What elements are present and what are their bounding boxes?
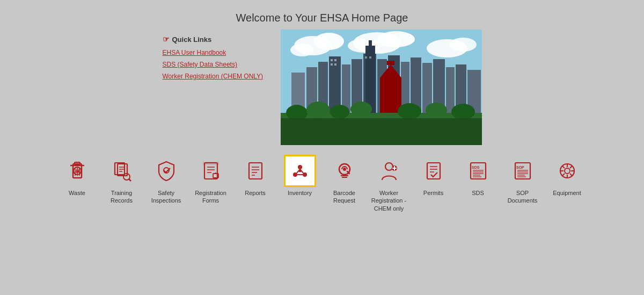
icon-box-worker-registration [373, 155, 405, 187]
quick-link-handbook[interactable]: EHSA User Handbook [163, 49, 265, 56]
icon-box-reports [239, 155, 272, 187]
quick-links-icon: ☞ [163, 35, 170, 44]
svg-point-82 [343, 168, 346, 171]
icon-box-inventory [284, 155, 316, 187]
icon-label-safety-inspections: Safety Inspections [146, 189, 186, 205]
icon-box-barcode-request [328, 155, 361, 187]
icon-box-permits [418, 155, 450, 187]
svg-point-3 [290, 44, 314, 56]
svg-rect-33 [334, 63, 336, 66]
svg-text:☠: ☠ [75, 168, 80, 174]
svg-rect-35 [369, 56, 371, 59]
middle-section: ☞ Quick Links EHSA User Handbook SDS (Sa… [163, 30, 482, 145]
svg-point-74 [293, 172, 297, 177]
icon-item-reports[interactable]: Reports [235, 155, 275, 197]
icon-label-registration-forms: Registration Forms [191, 189, 231, 205]
icon-label-equipment: Equipment [553, 189, 581, 197]
svg-rect-65 [203, 162, 219, 165]
icon-box-registration-forms [195, 155, 227, 187]
svg-rect-30 [331, 59, 333, 61]
icon-box-safety-inspections [150, 155, 182, 187]
quick-links-title: ☞ Quick Links [163, 35, 265, 44]
icon-item-sop-documents[interactable]: SOP SOP Documents [502, 155, 543, 205]
icons-row: ☠ Waste Training Records Safety Inspecti… [0, 155, 644, 212]
icon-label-reports: Reports [245, 189, 266, 197]
icon-label-sds: SDS [472, 189, 484, 197]
quick-links-panel: ☞ Quick Links EHSA User Handbook SDS (Sa… [163, 30, 265, 84]
svg-rect-34 [365, 56, 367, 59]
svg-point-8 [450, 38, 477, 52]
icon-item-equipment[interactable]: Equipment [547, 155, 587, 197]
icon-item-safety-inspections[interactable]: Safety Inspections [146, 155, 186, 205]
svg-rect-44 [281, 118, 482, 145]
icon-label-sop-documents: SOP Documents [502, 189, 543, 205]
svg-point-39 [330, 105, 349, 119]
svg-line-59 [129, 179, 131, 181]
svg-point-43 [451, 104, 475, 120]
svg-rect-32 [331, 63, 333, 66]
icon-item-registration-forms[interactable]: Registration Forms [191, 155, 231, 205]
svg-point-41 [398, 103, 421, 119]
icon-item-sds[interactable]: SDS SDS [458, 155, 498, 197]
main-page: Welcome to Your EHSA Home Page ☞ Quick L… [0, 0, 644, 295]
svg-point-2 [314, 33, 344, 50]
icon-item-waste[interactable]: ☠ Waste [57, 155, 97, 197]
svg-point-85 [385, 163, 393, 170]
quick-link-worker-reg[interactable]: Worker Registration (CHEM ONLY) [163, 73, 265, 80]
svg-rect-53 [115, 163, 125, 175]
icon-item-training-records[interactable]: Training Records [101, 155, 142, 205]
svg-point-38 [306, 102, 330, 119]
page-title: Welcome to Your EHSA Home Page [236, 12, 408, 24]
svg-text:SOP: SOP [516, 166, 524, 169]
icon-box-equipment [551, 155, 583, 187]
icon-box-sop-documents: SOP [507, 155, 539, 187]
icon-box-sds: SDS [462, 155, 494, 187]
svg-text:SDS: SDS [472, 166, 480, 169]
icon-label-barcode-request: Barcode Request [324, 189, 364, 205]
svg-line-116 [562, 174, 565, 176]
svg-rect-26 [369, 40, 372, 47]
svg-point-42 [426, 103, 447, 118]
svg-rect-68 [249, 163, 262, 179]
icon-item-permits[interactable]: Permits [413, 155, 453, 197]
svg-rect-31 [334, 59, 336, 61]
icon-label-worker-registration: Worker Registration - CHEM only [369, 189, 409, 212]
hero-image [281, 30, 482, 145]
svg-rect-29 [387, 61, 394, 65]
icon-item-worker-registration[interactable]: Worker Registration - CHEM only [369, 155, 409, 212]
svg-line-115 [570, 166, 572, 168]
icon-item-barcode-request[interactable]: Barcode Request [324, 155, 364, 205]
svg-point-75 [303, 172, 307, 177]
icon-box-training-records [106, 155, 138, 187]
quick-link-sds[interactable]: SDS (Safety Data Sheets) [163, 61, 265, 68]
svg-point-5 [377, 31, 415, 47]
svg-rect-61 [204, 163, 217, 179]
svg-line-114 [570, 174, 572, 176]
svg-point-40 [350, 102, 372, 117]
icon-label-waste: Waste [69, 189, 85, 197]
icon-label-permits: Permits [423, 189, 443, 197]
icon-item-inventory[interactable]: Inventory [280, 155, 320, 197]
svg-line-113 [562, 166, 565, 168]
icon-label-training-records: Training Records [101, 189, 142, 205]
icon-box-waste: ☠ [61, 155, 93, 187]
svg-point-108 [565, 168, 570, 174]
icon-label-inventory: Inventory [288, 189, 312, 197]
